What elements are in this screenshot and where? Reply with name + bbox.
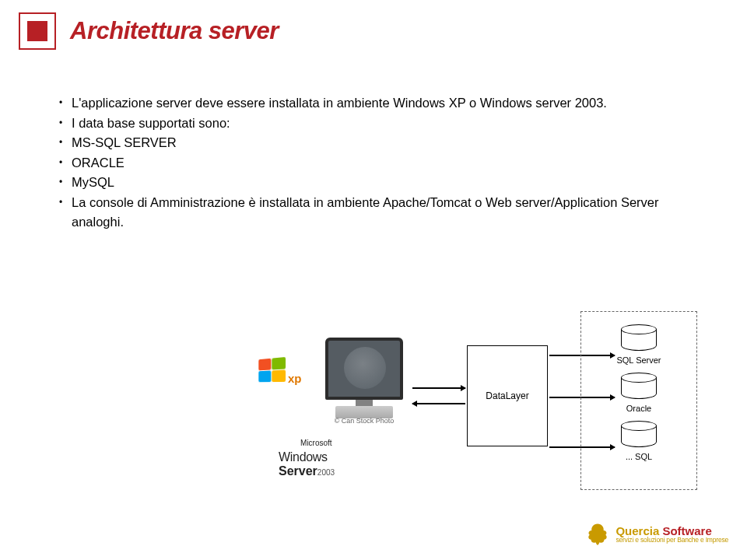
ms-label: Microsoft bbox=[300, 439, 332, 447]
database-group: SQL Server Oracle ... SQL bbox=[580, 311, 697, 490]
logo-inner-square bbox=[27, 21, 47, 41]
datalayer-box: DataLayer bbox=[467, 345, 548, 446]
monitor-watermark: © Can Stock Photo bbox=[317, 417, 411, 425]
db-label: SQL Server bbox=[581, 355, 696, 365]
footer-brand: Quercia Software servizi e soluzioni per… bbox=[584, 521, 728, 548]
bullet-item: L'applicazione server deve essere instal… bbox=[54, 93, 693, 114]
brand-tagline: servizi e soluzioni per Banche e Imprese bbox=[615, 537, 728, 544]
slide-content: L'applicazione server deve essere instal… bbox=[0, 50, 747, 233]
logo-square-icon bbox=[19, 12, 56, 50]
arrow-left-icon bbox=[412, 403, 465, 404]
year-label: 2003 bbox=[317, 468, 335, 477]
windows-label: Windows bbox=[279, 450, 328, 464]
monitor-icon: © Can Stock Photo bbox=[317, 338, 411, 429]
database-icon bbox=[621, 324, 657, 352]
bullet-item: MySQL bbox=[54, 173, 693, 193]
slide-header: Architettura server bbox=[0, 0, 747, 50]
bullet-item: I data base supportati sono: bbox=[54, 114, 693, 134]
xp-label: xp bbox=[288, 372, 302, 385]
bullet-item: MS-SQL SERVER bbox=[54, 133, 693, 153]
db-label: ... SQL bbox=[581, 452, 696, 461]
database-icon bbox=[621, 373, 657, 401]
oak-leaf-icon bbox=[584, 521, 611, 548]
server-label: Server bbox=[279, 464, 317, 478]
slide-title: Architettura server bbox=[70, 17, 279, 45]
arrow-right-icon bbox=[412, 387, 465, 389]
bullet-item: La console di Amministrazione è installa… bbox=[54, 193, 693, 233]
architecture-diagram: xp © Can Stock Photo Microsoft Windows S… bbox=[233, 311, 700, 498]
datalayer-label: DataLayer bbox=[486, 390, 528, 401]
bullet-item: ORACLE bbox=[54, 153, 693, 173]
database-icon bbox=[621, 421, 657, 449]
footer-text: Quercia Software servizi e soluzioni per… bbox=[615, 525, 728, 544]
windows-server-2003-icon: Microsoft Windows Server2003 bbox=[279, 437, 419, 478]
db-label: Oracle bbox=[581, 404, 696, 413]
